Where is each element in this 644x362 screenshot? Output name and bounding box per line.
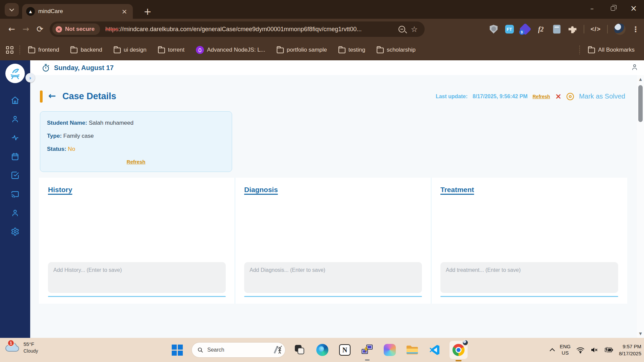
history-input[interactable] xyxy=(48,262,226,293)
minimize-button[interactable]: – xyxy=(582,0,602,17)
clock[interactable]: 9:57 PM 8/17/2025 xyxy=(619,343,641,357)
notification-badge: 1 xyxy=(7,340,14,347)
page-scrollbar[interactable]: ▲ ▼ xyxy=(637,75,644,338)
weather-temp: 55°F xyxy=(23,341,38,347)
back-to-cases-button[interactable]: ← xyxy=(48,90,56,101)
wifi-icon[interactable] xyxy=(576,347,585,354)
docs-extension-icon[interactable] xyxy=(552,24,561,34)
weather-widget[interactable]: 1 55°F Cloudy xyxy=(5,341,38,354)
reload-button[interactable]: ⟳ xyxy=(33,22,47,36)
sidebar-item-profile[interactable] xyxy=(11,208,19,217)
not-secure-icon: × xyxy=(56,26,62,33)
card-refresh-link[interactable]: Refresh xyxy=(47,159,225,165)
chrome-app-button[interactable] xyxy=(449,341,468,359)
putty-app-button[interactable] xyxy=(360,342,375,358)
sidebar-item-cast[interactable] xyxy=(11,190,19,198)
restore-button[interactable] xyxy=(602,0,623,17)
toolbar-right-cluster: FT 9 f2 </> ⋮ xyxy=(489,23,639,35)
gear-icon xyxy=(11,227,19,236)
file-explorer-button[interactable] xyxy=(405,342,420,358)
zoom-indicator-icon[interactable] xyxy=(398,26,405,33)
weather-cloud-icon: 1 xyxy=(5,341,20,354)
extension-badge: 9 xyxy=(519,29,525,35)
dev-code-icon[interactable]: </> xyxy=(591,25,601,33)
browser-tab[interactable]: ▲ mindCare × xyxy=(22,4,133,19)
tab-search-button[interactable] xyxy=(5,3,19,16)
bookmark-ui-design[interactable]: ui design xyxy=(110,47,150,53)
edge-app-button[interactable] xyxy=(315,342,330,358)
sidebar-toggle-button[interactable]: › xyxy=(25,73,35,82)
extensions-puzzle-icon[interactable] xyxy=(568,24,577,34)
bookmark-label: torrent xyxy=(168,47,184,53)
fx-extension-icon[interactable]: f2 xyxy=(536,24,546,34)
solved-target-icon[interactable] xyxy=(567,93,574,100)
treatment-column: Treatment xyxy=(431,178,627,304)
date-header: Sunday, August 17 xyxy=(54,64,114,72)
clock-date: 8/17/2025 xyxy=(619,350,641,357)
folder-icon xyxy=(338,48,345,53)
bookmark-backend[interactable]: backend xyxy=(67,47,105,53)
sidebar-item-home[interactable] xyxy=(11,96,19,105)
taskbar-search[interactable]: Search xyxy=(192,343,285,357)
browser-menu-icon[interactable]: ⋮ xyxy=(632,25,639,34)
stopwatch-icon xyxy=(42,64,50,72)
start-button[interactable] xyxy=(169,342,185,358)
apps-grid-icon[interactable] xyxy=(6,46,13,54)
case-header-row: ← Case Details Last update: 8/17/2025, 9… xyxy=(30,90,625,104)
scroll-up-icon[interactable]: ▲ xyxy=(637,77,644,81)
bookmark-star-icon[interactable]: ☆ xyxy=(410,25,419,34)
bookmark-portfolio-sample[interactable]: portfolio sample xyxy=(273,47,330,53)
bookmark-advanced-nodejs[interactable]: Advanced NodeJS: L... xyxy=(193,46,269,54)
app-logo[interactable] xyxy=(5,64,25,83)
scrollbar-thumb[interactable] xyxy=(638,85,643,122)
bookmark-frontend[interactable]: frontend xyxy=(25,47,62,53)
treatment-input[interactable] xyxy=(440,262,618,293)
header-profile-icon[interactable] xyxy=(631,63,639,72)
taskbar-center: Search N xyxy=(169,338,468,362)
close-case-icon[interactable]: × xyxy=(555,93,561,100)
sidebar-item-tasks[interactable] xyxy=(11,171,19,180)
bookmarks-divider xyxy=(19,46,20,54)
status-badge: No xyxy=(68,146,75,152)
bookmark-label: frontend xyxy=(38,47,59,53)
battery-charging-icon[interactable] xyxy=(604,347,613,353)
all-bookmarks-button[interactable]: All Bookmarks xyxy=(585,47,638,53)
vscode-app-button[interactable] xyxy=(427,342,442,358)
sidebar-item-calendar[interactable] xyxy=(11,152,19,161)
sidebar-item-patients[interactable] xyxy=(11,115,19,123)
address-bar[interactable]: × Not secure https://mindcare.darelkubra… xyxy=(50,21,425,37)
scroll-down-icon[interactable]: ▼ xyxy=(637,331,644,336)
tray-chevron-icon[interactable] xyxy=(549,348,555,354)
sidebar-item-activity[interactable] xyxy=(11,133,19,142)
purple-extension-icon[interactable]: 9 xyxy=(521,24,530,34)
search-highlight-doodle xyxy=(271,344,282,356)
folder-icon xyxy=(28,48,35,53)
sidebar-item-settings[interactable] xyxy=(11,227,19,236)
putty-icon xyxy=(361,344,374,356)
volume-muted-icon[interactable] xyxy=(590,347,598,353)
chrome-profile-avatar xyxy=(462,340,469,346)
copilot-app-button[interactable] xyxy=(382,342,397,358)
site-security-chip[interactable]: × Not secure xyxy=(52,23,100,35)
forward-button[interactable]: → xyxy=(19,22,33,36)
tab-close-icon[interactable]: × xyxy=(120,7,129,16)
bookmark-torrent[interactable]: torrent xyxy=(155,47,188,53)
ft-extension-icon[interactable]: FT xyxy=(505,24,514,34)
bookmark-scholarship[interactable]: scholarship xyxy=(373,47,419,53)
bookmark-testing[interactable]: testing xyxy=(335,47,369,53)
shield-extension-icon[interactable] xyxy=(489,24,498,34)
diagnosis-column: Diagnosis xyxy=(235,178,431,304)
task-view-button[interactable] xyxy=(292,342,308,358)
close-window-button[interactable]: × xyxy=(623,0,644,17)
language-switcher[interactable]: ENG US xyxy=(560,344,571,356)
new-tab-button[interactable]: + xyxy=(141,5,154,18)
notion-app-button[interactable]: N xyxy=(337,342,353,358)
type-value: Family case xyxy=(63,133,94,139)
profile-avatar[interactable] xyxy=(614,23,626,35)
restore-icon xyxy=(611,6,615,11)
diagnosis-input[interactable] xyxy=(244,262,422,293)
mark-as-solved-button[interactable]: Mark as Solved xyxy=(579,93,625,100)
back-button[interactable]: ← xyxy=(5,22,19,36)
bookmark-label: testing xyxy=(348,47,365,53)
refresh-link[interactable]: Refresh xyxy=(533,94,550,99)
